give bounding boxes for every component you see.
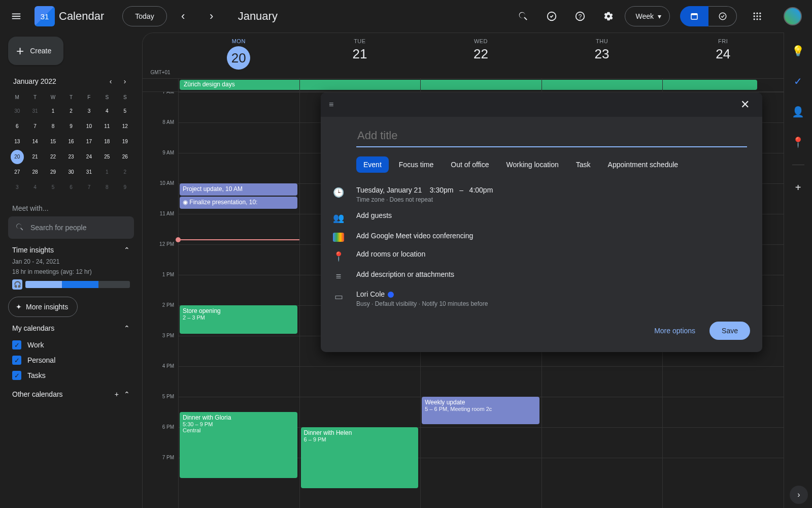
event-owner[interactable]: Lori Cole	[356, 290, 488, 298]
checkbox-icon[interactable]: ✓	[12, 356, 21, 365]
day-column[interactable]: Project update, 10 AM◉ Finalize presenta…	[178, 92, 299, 508]
mini-day[interactable]: 9	[118, 180, 131, 195]
checkbox-icon[interactable]: ✓	[12, 371, 21, 380]
mini-day[interactable]: 15	[47, 135, 60, 149]
tasks-view-toggle[interactable]	[708, 6, 737, 26]
mini-day[interactable]: 3	[11, 180, 24, 195]
mini-day[interactable]: 6	[11, 119, 24, 134]
add-addon-icon[interactable]: +	[788, 177, 808, 198]
mini-day[interactable]: 17	[82, 135, 95, 149]
mini-day[interactable]: 8	[47, 119, 60, 134]
mini-day[interactable]: 26	[118, 150, 131, 164]
calendar-event[interactable]: Dinner with Gloria5:30 – 9 PMCentral	[180, 412, 297, 478]
mini-day[interactable]: 19	[118, 135, 131, 149]
my-calendars-header[interactable]: My calendars⌃	[8, 317, 134, 335]
mini-day[interactable]: 6	[64, 180, 78, 195]
calendar-item[interactable]: ✓Personal	[8, 353, 134, 368]
mini-day[interactable]: 25	[100, 150, 114, 164]
mini-day[interactable]: 10	[82, 119, 95, 134]
mini-day[interactable]: 8	[100, 180, 114, 195]
mini-day[interactable]: 2	[64, 104, 78, 118]
mini-day[interactable]: 7	[28, 119, 42, 134]
calendar-item[interactable]: ✓Tasks	[8, 368, 134, 383]
mini-day[interactable]: 21	[28, 150, 42, 164]
mini-next-icon[interactable]: ›	[119, 75, 131, 87]
calendar-event[interactable]: Weekly update5 – 6 PM, Meeting room 2c	[422, 397, 539, 424]
mini-day[interactable]: 12	[118, 119, 131, 134]
calendar-event[interactable]: Dinner with Helen6 – 9 PM	[301, 427, 419, 488]
event-type-tab[interactable]: Appointment schedule	[601, 156, 686, 173]
mini-day[interactable]: 1	[47, 104, 60, 118]
more-insights-button[interactable]: ✦More insights	[8, 297, 78, 317]
mini-prev-icon[interactable]: ‹	[105, 75, 117, 87]
mini-day[interactable]: 29	[47, 165, 60, 179]
hide-panel-icon[interactable]: ›	[790, 486, 808, 504]
event-type-tab[interactable]: Out of office	[444, 156, 496, 173]
calendar-event[interactable]: Store opening2 – 3 PM	[180, 305, 297, 334]
mini-day[interactable]: 31	[82, 165, 95, 179]
maps-icon[interactable]: 📍	[788, 132, 808, 152]
keep-icon[interactable]: 💡	[788, 41, 808, 61]
add-description-field[interactable]: Add description or attachments	[356, 270, 454, 278]
chevron-up-icon[interactable]: ⌃	[124, 390, 130, 398]
mini-day[interactable]: 18	[100, 135, 114, 149]
event-datetime[interactable]: Tuesday, January 21 3:30pm – 4:00pm	[356, 186, 493, 194]
mini-day[interactable]: 27	[11, 165, 24, 179]
apps-icon[interactable]	[745, 4, 769, 28]
today-button[interactable]: Today	[122, 6, 166, 26]
mini-day[interactable]: 1	[100, 165, 114, 179]
calendar-item[interactable]: ✓Work	[8, 337, 134, 353]
mini-day[interactable]: 20	[11, 150, 24, 164]
add-calendar-icon[interactable]: +	[115, 390, 119, 398]
mini-day[interactable]: 3	[82, 104, 95, 118]
mini-day[interactable]: 22	[47, 150, 60, 164]
search-people-input[interactable]: Search for people	[8, 216, 134, 239]
calendar-view-toggle[interactable]	[680, 6, 708, 26]
mini-day[interactable]: 16	[64, 135, 78, 149]
mini-day[interactable]: 2	[118, 165, 131, 179]
event-type-tab[interactable]: Task	[569, 156, 598, 173]
day-header[interactable]: TUE21	[299, 33, 421, 78]
next-icon[interactable]: ›	[199, 4, 224, 28]
mini-day[interactable]: 28	[28, 165, 42, 179]
mini-day[interactable]: 9	[64, 119, 78, 134]
add-guests-field[interactable]: Add guests	[356, 211, 392, 219]
calendar-event[interactable]: Project update, 10 AM	[180, 183, 297, 196]
save-button[interactable]: Save	[709, 322, 750, 340]
mini-day[interactable]: 5	[47, 180, 60, 195]
search-icon[interactable]	[511, 4, 535, 28]
mini-day[interactable]: 5	[118, 104, 131, 118]
mini-day[interactable]: 23	[64, 150, 78, 164]
mini-day[interactable]: 4	[28, 180, 42, 195]
mini-day[interactable]: 11	[100, 119, 114, 134]
time-insights-header[interactable]: Time insights⌃	[8, 239, 134, 257]
event-tz-repeat[interactable]: Time zone · Does not repeat	[356, 196, 493, 203]
add-meet-button[interactable]: Add Google Meet video conferencing	[356, 232, 473, 240]
mini-calendar[interactable]: MTWTFSS303112345678910111213141516171819…	[8, 91, 134, 195]
mini-day[interactable]: 24	[82, 150, 95, 164]
day-header[interactable]: THU23	[542, 33, 663, 78]
mini-day[interactable]: 13	[11, 135, 24, 149]
day-header[interactable]: FRI24	[662, 33, 784, 78]
help-icon[interactable]: ?	[568, 4, 592, 28]
settings-icon[interactable]	[596, 4, 621, 28]
menu-icon[interactable]	[4, 4, 28, 28]
mini-day[interactable]: 7	[82, 180, 95, 195]
day-header[interactable]: WED22	[420, 33, 542, 78]
contacts-icon[interactable]: 👤	[788, 102, 808, 122]
checkbox-icon[interactable]: ✓	[12, 340, 21, 350]
event-title-input[interactable]	[356, 127, 747, 147]
user-avatar[interactable]	[784, 7, 802, 25]
create-button[interactable]: +Create	[8, 37, 63, 65]
mini-day[interactable]: 14	[28, 135, 42, 149]
add-location-field[interactable]: Add rooms or location	[356, 250, 425, 258]
event-type-tab[interactable]: Working location	[499, 156, 566, 173]
event-type-tab[interactable]: Event	[356, 156, 389, 173]
view-selector[interactable]: Week▾	[625, 6, 670, 26]
other-calendars-header[interactable]: Other calendars +⌃	[8, 383, 134, 401]
progress-icon[interactable]	[539, 4, 564, 28]
mini-day[interactable]: 4	[100, 104, 114, 118]
calendar-event[interactable]: ◉ Finalize presentation, 10:	[180, 197, 297, 209]
tasks-icon[interactable]: ✓	[788, 71, 808, 91]
drag-handle-icon[interactable]: ≡	[329, 100, 333, 109]
